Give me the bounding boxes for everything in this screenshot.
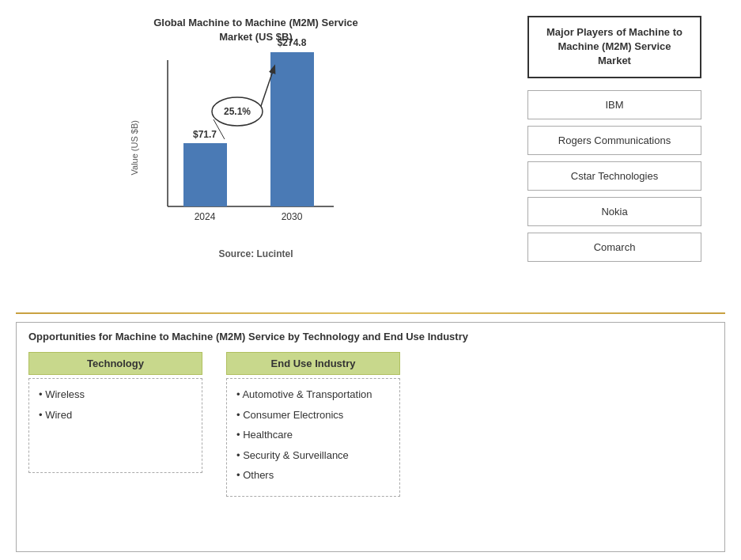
chart-title: Global Machine to Machine (M2M) Service … <box>153 16 358 44</box>
source-text: Source: Lucintel <box>218 248 293 259</box>
tech-item-wired: • Wired <box>39 407 192 423</box>
y-axis-label: Value (US $B) <box>130 120 139 176</box>
technology-body: • Wireless • Wired <box>28 378 202 473</box>
players-panel: Major Players of Machine to Machine (M2M… <box>504 8 725 308</box>
bar-value-2024: $71.7 <box>192 129 216 140</box>
opportunities-columns: Technology • Wireless • Wired End Use In… <box>28 352 713 497</box>
main-container: Global Machine to Machine (M2M) Service … <box>0 0 741 560</box>
chart-wrapper: Value (US $B) $71.7 2024 <box>130 52 383 242</box>
end-use-item-healthcare: • Healthcare <box>236 427 390 443</box>
technology-header: Technology <box>28 352 202 375</box>
players-title-box: Major Players of Machine to Machine (M2M… <box>527 16 701 78</box>
player-item-cstar: Cstar Technologies <box>527 161 701 191</box>
bar-2030 <box>270 52 314 206</box>
end-use-item-consumer: • Consumer Electronics <box>236 407 390 423</box>
bar-2024 <box>183 143 227 206</box>
chart-svg: $71.7 2024 $274.8 2030 25.1% <box>144 52 350 242</box>
bar-value-2030: $274.8 <box>277 37 306 48</box>
technology-column: Technology • Wireless • Wired <box>28 352 202 497</box>
player-item-comarch: Comarch <box>527 233 701 262</box>
player-item-ibm: IBM <box>527 90 701 119</box>
x-label-2024: 2024 <box>194 211 215 222</box>
chart-area: Global Machine to Machine (M2M) Service … <box>16 8 496 308</box>
end-use-item-automotive: • Automotive & Transportation <box>236 387 390 403</box>
section-divider <box>16 312 725 314</box>
end-use-item-others: • Others <box>236 467 390 483</box>
end-use-body: • Automotive & Transportation • Consumer… <box>226 378 400 497</box>
end-use-item-security: • Security & Surveillance <box>236 448 390 464</box>
top-section: Global Machine to Machine (M2M) Service … <box>16 8 725 308</box>
x-label-2030: 2030 <box>281 211 302 222</box>
end-use-header: End Use Industry <box>226 352 400 375</box>
chart-content: $71.7 2024 $274.8 2030 25.1% <box>144 52 383 242</box>
player-item-rogers: Rogers Communications <box>527 126 701 155</box>
player-item-nokia: Nokia <box>527 197 701 226</box>
end-use-column: End Use Industry • Automotive & Transpor… <box>226 352 400 497</box>
opportunities-title: Opportunities for Machine to Machine (M2… <box>28 331 713 342</box>
tech-item-wireless: • Wireless <box>39 387 192 403</box>
opportunities-section: Opportunities for Machine to Machine (M2… <box>16 322 725 552</box>
cagr-label: 25.1% <box>223 106 250 117</box>
